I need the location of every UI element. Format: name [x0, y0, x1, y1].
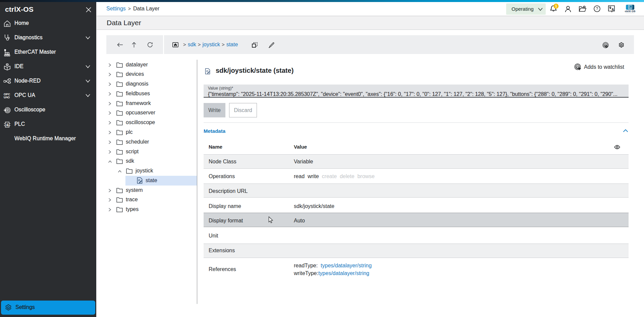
- svg-text:&: &: [6, 123, 9, 127]
- svg-text:UA: UA: [4, 96, 8, 99]
- svg-text:A: A: [611, 8, 614, 11]
- svg-text:?: ?: [596, 6, 598, 11]
- svg-text:1: 1: [555, 4, 557, 8]
